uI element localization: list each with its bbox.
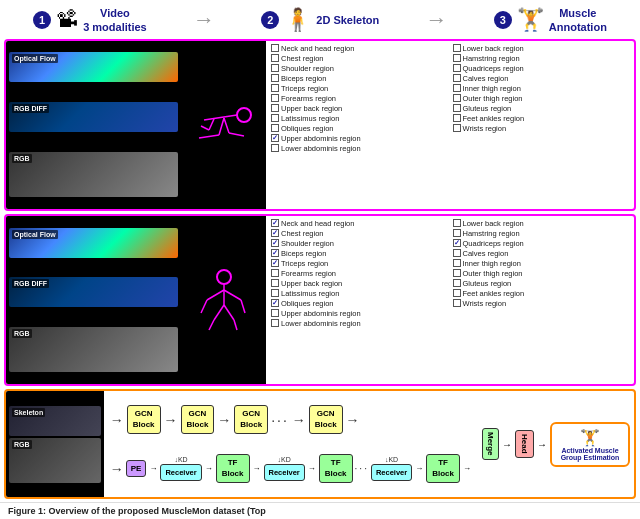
checkbox[interactable]: [271, 84, 279, 92]
header-step-1: 1 📽 Video3 modalities: [33, 6, 147, 35]
kd-label-1: ↓KD: [174, 456, 187, 463]
optical-flow-label-1: Optical Flow: [12, 54, 58, 63]
checkbox[interactable]: [453, 259, 461, 267]
checkbox[interactable]: [453, 94, 461, 102]
svg-line-12: [224, 290, 241, 300]
muscle-item: Neck and head region: [271, 44, 448, 53]
checkbox[interactable]: [453, 239, 461, 247]
muscle-item: Lower back region: [453, 219, 630, 228]
muscle-item: Chest region: [271, 229, 448, 238]
svg-line-17: [234, 320, 237, 330]
checkbox[interactable]: [453, 279, 461, 287]
checkbox[interactable]: [271, 269, 279, 277]
arrow-merge: →: [502, 439, 512, 450]
checkbox[interactable]: [271, 94, 279, 102]
checkbox[interactable]: [453, 74, 461, 82]
checkbox[interactable]: [453, 249, 461, 257]
svg-line-13: [241, 300, 245, 313]
checkbox[interactable]: [271, 114, 279, 122]
rgb-diff-label-2: RGB DIFF: [12, 279, 49, 288]
checkbox[interactable]: [453, 299, 461, 307]
muscle-item: Quadriceps region: [453, 64, 630, 73]
result-icon: 🏋: [580, 428, 600, 447]
checkbox[interactable]: [453, 124, 461, 132]
arrow-1: →: [110, 412, 124, 428]
arch-rgb-thumb: RGB: [9, 438, 101, 483]
checkbox[interactable]: [271, 239, 279, 247]
kd-label-3: ↓KD: [385, 456, 398, 463]
muscle-item: Chest region: [271, 54, 448, 63]
checkbox[interactable]: [453, 84, 461, 92]
checkbox[interactable]: [271, 309, 279, 317]
checkbox[interactable]: [271, 279, 279, 287]
rgb-diff-label-1: RGB DIFF: [12, 104, 49, 113]
checkbox[interactable]: [271, 259, 279, 267]
gcn-block-2: GCNBlock: [181, 405, 215, 434]
muscle-item: Forearms region: [271, 94, 448, 103]
checkbox[interactable]: [453, 269, 461, 277]
muscle-item: Biceps region: [271, 74, 448, 83]
checkbox[interactable]: [271, 319, 279, 327]
video-panel-2: Optical Flow RGB DIFF RGB: [6, 216, 181, 384]
muscle-item: Calves region: [453, 249, 630, 258]
checkbox[interactable]: [453, 229, 461, 237]
checkbox[interactable]: [271, 249, 279, 257]
svg-point-8: [217, 270, 231, 284]
muscle-item: Obliques region: [271, 299, 448, 308]
checkbox[interactable]: [271, 74, 279, 82]
step-1-label: Video3 modalities: [83, 6, 147, 35]
svg-line-2: [219, 118, 224, 135]
muscle-item: Wrists region: [453, 124, 630, 133]
receiver-block-1: Receiver: [160, 464, 201, 482]
arrow-2: →: [164, 412, 178, 428]
result-box: 🏋 Activated Muscle Group Estimation: [550, 422, 630, 467]
main-container: 1 📽 Video3 modalities → 2 🧍 2D Skeleton …: [0, 0, 640, 519]
checkbox[interactable]: [271, 144, 279, 152]
arch-rgb-label: RGB: [12, 440, 32, 449]
arch-diagram: → GCNBlock → GCNBlock → GCNBlock ··· → G…: [104, 391, 478, 497]
checkbox[interactable]: [453, 104, 461, 112]
checkbox[interactable]: [271, 54, 279, 62]
muscle-item: Outer thigh region: [453, 94, 630, 103]
arrow-3: →: [217, 412, 231, 428]
checkbox[interactable]: [271, 229, 279, 237]
svg-line-10: [207, 290, 224, 300]
checkbox[interactable]: [271, 299, 279, 307]
svg-line-3: [199, 135, 219, 138]
head-block: Head: [515, 430, 534, 458]
output-area: Merge → Head → 🏋 Activated Muscle Group …: [478, 391, 634, 497]
checkbox[interactable]: [453, 114, 461, 122]
muscle-item: Obliques region: [271, 124, 448, 133]
muscle-item: Latissimus region: [271, 114, 448, 123]
skeleton-panel-2: [181, 216, 266, 384]
checkbox[interactable]: [453, 219, 461, 227]
step-1-num: 1: [33, 11, 51, 29]
arrow-4: →: [292, 412, 306, 428]
rgb-diff-thumb-2: RGB DIFF: [9, 277, 178, 307]
caption: Figure 1: Overview of the proposed Muscl…: [0, 502, 640, 519]
checkbox[interactable]: [271, 289, 279, 297]
checkbox[interactable]: [453, 289, 461, 297]
gcn-block-n: GCNBlock: [309, 405, 343, 434]
checkbox[interactable]: [271, 64, 279, 72]
arrow-r3: →: [415, 464, 423, 473]
muscle-item: Triceps region: [271, 259, 448, 268]
checkbox[interactable]: [453, 44, 461, 52]
checkbox[interactable]: [271, 44, 279, 52]
svg-line-4: [224, 118, 229, 133]
checkbox[interactable]: [271, 219, 279, 227]
checkbox[interactable]: [453, 54, 461, 62]
rgb-label-2: RGB: [12, 329, 32, 338]
checkbox[interactable]: [453, 64, 461, 72]
skeleton-svg-2: [189, 265, 259, 335]
muscle-item: Feet ankles region: [453, 289, 630, 298]
checkbox[interactable]: [271, 124, 279, 132]
arrow-bottom-1: →: [110, 461, 124, 477]
muscle-item: Lower abdominis region: [271, 144, 448, 153]
rgb-label-1: RGB: [12, 154, 32, 163]
muscle-col-left-2: Neck and head region Chest region Should…: [271, 219, 448, 381]
skeleton-icon: 🧍: [284, 7, 311, 33]
checkbox[interactable]: [271, 134, 279, 142]
checkbox[interactable]: [271, 104, 279, 112]
tf-row: → PE → ↓KD Receiver → TF Block → ↓KD Rec…: [110, 454, 472, 483]
